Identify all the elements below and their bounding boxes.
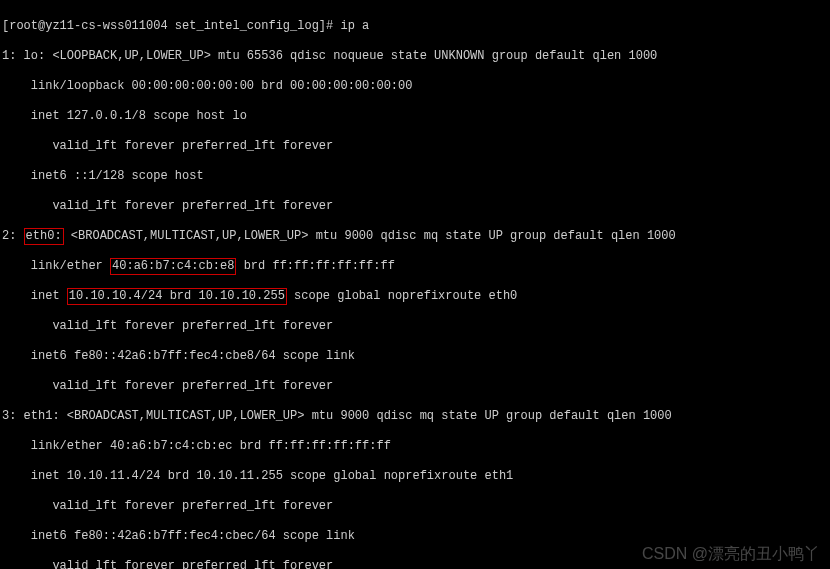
command-ip-a: ip a: [340, 19, 369, 33]
eth1-valid2: valid_lft forever preferred_lft forever: [2, 559, 828, 569]
eth0-link: link/ether 40:a6:b7:c4:cb:e8 brd ff:ff:f…: [2, 259, 828, 274]
lo-inet6: inet6 ::1/128 scope host: [2, 169, 828, 184]
prompt: [root@yz11-cs-wss011004 set_intel_config…: [2, 19, 333, 33]
eth0-ip-highlight: 10.10.10.4/24 brd 10.10.10.255: [67, 288, 287, 305]
eth0-inet-post: scope global noprefixroute eth0: [287, 289, 517, 303]
eth0-inet-pre: inet: [2, 289, 67, 303]
lo-inet: inet 127.0.0.1/8 scope host lo: [2, 109, 828, 124]
eth1-link: link/ether 40:a6:b7:c4:cb:ec brd ff:ff:f…: [2, 439, 828, 454]
eth0-inet6: inet6 fe80::42a6:b7ff:fec4:cbe8/64 scope…: [2, 349, 828, 364]
eth0-mac-highlight: 40:a6:b7:c4:cb:e8: [110, 258, 236, 275]
eth0-name-highlight: eth0:: [24, 228, 64, 245]
eth0-header: 2: eth0: <BROADCAST,MULTICAST,UP,LOWER_U…: [2, 229, 828, 244]
eth0-link-post: brd ff:ff:ff:ff:ff:ff: [236, 259, 394, 273]
eth0-hdr-pre: 2:: [2, 229, 24, 243]
lo-header: 1: lo: <LOOPBACK,UP,LOWER_UP> mtu 65536 …: [2, 49, 828, 64]
eth1-inet: inet 10.10.11.4/24 brd 10.10.11.255 scop…: [2, 469, 828, 484]
lo-valid1: valid_lft forever preferred_lft forever: [2, 139, 828, 154]
eth1-inet6: inet6 fe80::42a6:b7ff:fec4:cbec/64 scope…: [2, 529, 828, 544]
eth0-valid1: valid_lft forever preferred_lft forever: [2, 319, 828, 334]
prompt-line: [root@yz11-cs-wss011004 set_intel_config…: [2, 19, 828, 34]
eth0-valid2: valid_lft forever preferred_lft forever: [2, 379, 828, 394]
eth0-inet: inet 10.10.10.4/24 brd 10.10.10.255 scop…: [2, 289, 828, 304]
eth1-header: 3: eth1: <BROADCAST,MULTICAST,UP,LOWER_U…: [2, 409, 828, 424]
eth1-valid1: valid_lft forever preferred_lft forever: [2, 499, 828, 514]
lo-link: link/loopback 00:00:00:00:00:00 brd 00:0…: [2, 79, 828, 94]
terminal-output[interactable]: [root@yz11-cs-wss011004 set_intel_config…: [0, 0, 830, 569]
eth0-hdr-post: <BROADCAST,MULTICAST,UP,LOWER_UP> mtu 90…: [64, 229, 676, 243]
lo-valid2: valid_lft forever preferred_lft forever: [2, 199, 828, 214]
eth0-link-pre: link/ether: [2, 259, 110, 273]
